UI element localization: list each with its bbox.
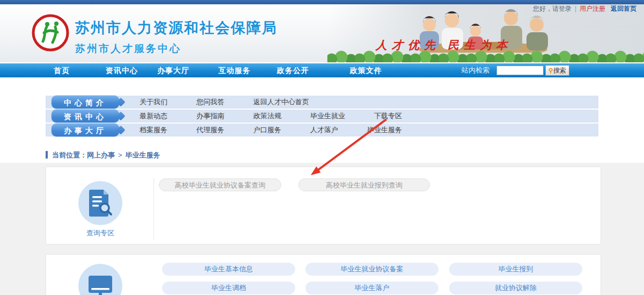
breadcrumb-current: 毕业生服务 [126, 151, 160, 159]
graduate-services-card: 毕业生基本信息 毕业生就业协议备案 毕业生报到 毕业生调档 毕业生落户 就业协议… [46, 254, 601, 295]
nav-item-service-hall[interactable]: 办事大厅 [157, 63, 189, 77]
menu-link-hukou-service[interactable]: 户口服务 [253, 124, 281, 136]
site-search-label: 站内检索 [462, 63, 489, 77]
menu-links-row3: 档案服务 代理服务 户口服务 人才落户 毕业生服务 [140, 124, 402, 136]
nav-item-interactive[interactable]: 互动服务 [218, 63, 251, 77]
menu-row-center-intro: 中心简介 关于我们 您问我答 返回人才中心首页 [46, 96, 598, 109]
button-graduate-settlement[interactable]: 毕业生落户 [305, 282, 438, 294]
menu-link-latest-news[interactable]: 最新动态 [140, 110, 167, 123]
menu-link-about-us[interactable]: 关于我们 [140, 96, 167, 109]
menu-link-service-guide[interactable]: 办事指南 [196, 110, 224, 123]
suzhou-talent-logo-icon [31, 13, 70, 52]
login-bar: 您好，请登录|用户注册返回首页 [533, 4, 636, 13]
menu-tab-news-center[interactable]: 资讯中心 [51, 109, 120, 123]
menu-tab-center-intro[interactable]: 中心简介 [51, 95, 120, 109]
site-titles: 苏州市人力资源和社会保障局 苏州市人才服务中心 [75, 18, 277, 56]
menu-link-downloads[interactable]: 下载专区 [374, 110, 402, 123]
sub-title: 苏州市人才服务中心 [75, 42, 277, 56]
menu-link-qa[interactable]: 您问我答 [196, 96, 224, 109]
login-separator: | [575, 5, 576, 12]
button-graduate-registration[interactable]: 毕业生报到 [449, 263, 582, 276]
services-zone-circle [78, 264, 122, 295]
greeting-text: 您好，请登录 [533, 5, 572, 12]
menu-link-agency-service[interactable]: 代理服务 [196, 124, 224, 136]
query-zone-circle [78, 181, 122, 225]
nav-item-policy-docs[interactable]: 政策文件 [350, 63, 382, 77]
button-employment-agreement-record[interactable]: 毕业生就业协议备案 [305, 263, 438, 276]
menu-link-archive-service[interactable]: 档案服务 [140, 124, 167, 136]
org-title: 苏州市人力资源和社会保障局 [75, 18, 277, 38]
main-nav: 首页 资讯中心 办事大厅 互动服务 政务公开 政策文件 站内检索 ⚲搜索 [0, 63, 644, 77]
button-registration-query[interactable]: 高校毕业生就业报到查询 [298, 178, 430, 191]
query-zone-card: 查询专区 高校毕业生就业协议备案查询 高校毕业生就业报到查询 [46, 167, 601, 244]
menu-row-service-hall: 办事大厅 档案服务 代理服务 户口服务 人才落户 毕业生服务 [46, 124, 598, 136]
menu-link-talent-settlement[interactable]: 人才落户 [310, 124, 338, 136]
menu-links-row2: 最新动态 办事指南 政策法规 毕业生就业 下载专区 [140, 110, 402, 123]
back-home-link[interactable]: 返回首页 [611, 5, 636, 12]
document-magnifier-icon [88, 189, 113, 218]
search-icon: ⚲ [548, 67, 553, 74]
page: 苏州市人力资源和社会保障局 苏州市人才服务中心 人才优先 民生为本 您好，请登录… [0, 0, 644, 295]
menu-links-row1: 关于我们 您问我答 返回人才中心首页 [140, 96, 309, 109]
button-graduate-archive-transfer[interactable]: 毕业生调档 [162, 282, 295, 294]
register-link[interactable]: 用户注册 [580, 5, 605, 12]
menu-link-return-talent-home[interactable]: 返回人才中心首页 [253, 96, 309, 109]
button-agreement-record-query[interactable]: 高校毕业生就业协议备案查询 [159, 178, 281, 191]
nav-item-gov-info[interactable]: 政务公开 [277, 63, 309, 77]
breadcrumb-prefix: 当前位置： [52, 151, 87, 159]
nav-item-news-center[interactable]: 资讯中心 [106, 63, 138, 77]
breadcrumb-online-services[interactable]: 网上办事 [87, 151, 115, 159]
search-input[interactable] [496, 66, 544, 75]
menu-link-graduate-employment[interactable]: 毕业生就业 [310, 110, 345, 123]
card-divider [153, 178, 154, 240]
nav-item-home[interactable]: 首页 [54, 63, 70, 77]
menu-link-graduate-service[interactable]: 毕业生服务 [367, 124, 402, 136]
breadcrumb: 当前位置：网上办事>毕业生服务 [46, 151, 160, 160]
breadcrumb-separator: > [118, 151, 122, 159]
breadcrumb-marker [46, 151, 48, 159]
button-graduate-basic-info[interactable]: 毕业生基本信息 [162, 263, 295, 276]
query-zone-label: 查询专区 [78, 228, 122, 238]
monitor-icon [86, 272, 114, 295]
menu-link-policies[interactable]: 政策法规 [253, 110, 281, 123]
search-button[interactable]: ⚲搜索 [545, 65, 569, 76]
menu-tab-service-hall[interactable]: 办事大厅 [51, 123, 120, 137]
menu-row-news-center: 资讯中心 最新动态 办事指南 政策法规 毕业生就业 下载专区 [46, 110, 598, 123]
slogan-text: 人才优先 民生为本 [376, 38, 512, 53]
top-strip [0, 0, 644, 4]
button-agreement-termination[interactable]: 就业协议解除 [449, 282, 582, 294]
